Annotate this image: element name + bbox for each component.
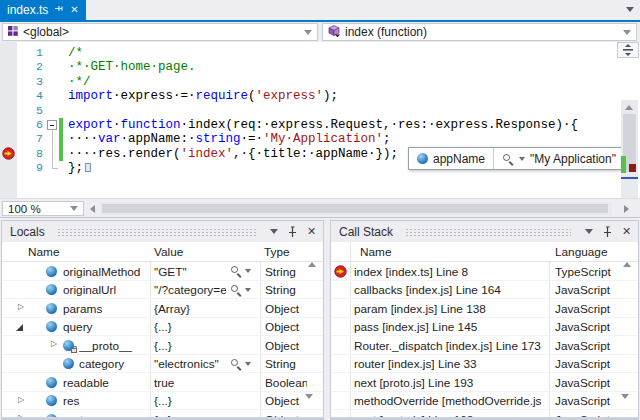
callstack-title-bar[interactable]: Call Stack ✕ [331,221,638,242]
line-number: 4 [17,89,43,103]
value-preview-button[interactable] [230,358,251,370]
locals-title-bar[interactable]: Locals ✕ [2,221,323,242]
code-line[interactable]: 2·*·GET·home·page. [0,60,620,75]
drag-grip[interactable] [57,228,256,237]
pin-button[interactable] [600,224,615,239]
variable-icon [63,340,74,351]
variable-value: {...} [154,394,258,408]
code-line[interactable]: 6export·function·index(req:·express.Requ… [0,118,620,133]
scroll-up-icon[interactable] [308,248,316,262]
callstack-frame-row[interactable]: methodOverride [methodOverride.jsJavaScr… [331,392,638,411]
locals-row[interactable]: ▷__proto__{...}Object [2,336,323,355]
locals-row[interactable]: readabletrueBoolean [2,373,323,392]
locals-row[interactable]: originalUrl"/?category=eleString [2,281,323,300]
expand-collapsed-icon[interactable]: ▷ [51,339,57,348]
code-line[interactable]: 1/* [0,46,620,61]
variable-type: Object [265,339,307,353]
close-button[interactable]: ✕ [619,224,634,239]
code-line[interactable]: 4import·express·=·require('express'); [0,89,620,104]
scope-dropdown[interactable]: <global> [2,23,318,41]
code-token: export [68,118,113,132]
editor-vertical-scrollbar[interactable] [621,100,638,198]
fold-guide-line [52,129,53,168]
value-preview-button[interactable] [230,265,251,277]
window-menu-button[interactable] [581,224,596,239]
code-editor[interactable]: 1/*2·*·GET·home·page.3·*/4import·express… [0,42,640,198]
expand-collapsed-icon[interactable]: ▷ [18,395,24,404]
callstack-frame-row[interactable]: param [index.js] Line 138JavaScript [331,299,638,318]
breakpoint-current-line-icon[interactable] [2,147,15,160]
magnifier-icon [230,265,242,277]
value-preview-button[interactable] [230,284,251,296]
editor-horizontal-scrollbar[interactable] [100,202,612,215]
chevron-down-icon [623,30,631,35]
code-line[interactable]: 7····var·appName:·string·=·'My·Applicati… [0,132,620,147]
callstack-rows: index [index.ts] Line 8TypeScriptcallbac… [331,262,638,419]
debugger-datatip: appName "My Application" [408,147,625,170]
callstack-frame-row[interactable]: callbacks [index.js] Line 164JavaScript [331,281,638,300]
frame-language: JavaScript [555,394,619,408]
editor-split-handle[interactable] [617,42,639,58]
close-icon[interactable]: ✕ [70,5,78,15]
scroll-down-icon[interactable] [305,399,313,413]
datatip-value[interactable]: "My Application" [493,148,624,169]
zoom-dropdown[interactable]: 100 % [2,201,84,216]
scroll-up-icon[interactable] [623,248,631,262]
line-number: 9 [17,161,43,175]
expand-expanded-icon[interactable] [16,324,23,331]
magnifier-icon[interactable] [502,153,514,165]
frame-name: methodOverride [methodOverride.js [354,394,548,408]
panel-title: Locals [10,225,45,239]
scroll-right-icon[interactable] [624,205,629,213]
change-mark [621,156,626,173]
frame-language: JavaScript [555,357,619,371]
code-text: /* [68,46,83,60]
callstack-frame-row[interactable]: index [index.ts] Line 8TypeScript [331,262,638,281]
callstack-frame-row[interactable]: pass [index.js] Line 145JavaScript [331,318,638,337]
locals-grid-header[interactable]: Name Value Type [2,242,323,262]
code-token: ····res.render( [68,147,181,161]
column-header-value[interactable]: Value [154,245,183,259]
scroll-up-icon[interactable] [625,105,633,110]
column-header-type[interactable]: Type [264,245,290,259]
locals-row[interactable]: category"electronics"String [2,355,323,374]
locals-row[interactable]: ▷params{Array}Object [2,299,323,318]
scroll-left-icon[interactable] [90,205,95,213]
locals-row[interactable]: query{...}Object [2,318,323,337]
locals-panel: Locals ✕ Name Value Type originalMethod"… [1,220,324,420]
variable-value: true [154,376,258,390]
expand-collapsed-icon[interactable]: ▷ [18,302,24,311]
variable-value: {Array} [154,302,258,316]
variable-type: String [265,283,307,297]
close-button[interactable]: ✕ [304,224,319,239]
code-token: ···· [68,132,98,146]
callstack-grid-header[interactable]: Name Language [331,242,638,262]
code-line[interactable]: 3·*/ [0,75,620,90]
chevron-down-icon[interactable] [519,157,525,161]
member-dropdown[interactable]: index (function) [322,23,637,41]
column-header-language[interactable]: Language [555,245,608,259]
variable-type: String [265,265,307,279]
code-line[interactable]: 5 [0,104,620,119]
scroll-down-icon[interactable] [621,399,629,413]
frame-name: index [index.ts] Line 8 [354,265,548,279]
callstack-frame-row[interactable]: Router._dispatch [index.js] Line 173Java… [331,336,638,355]
tab-list-dropdown-icon[interactable] [626,7,634,12]
scrollbar-thumb[interactable] [102,204,608,213]
window-menu-button[interactable] [266,224,281,239]
drag-grip[interactable] [405,228,571,237]
column-header-name[interactable]: Name [28,245,59,259]
pin-icon[interactable] [54,5,64,15]
tab-index-ts[interactable]: index.ts ✕ [0,0,86,20]
window-splitter[interactable] [0,217,640,218]
callstack-frame-row[interactable]: next [proto.js] Line 193JavaScript [331,373,638,392]
locals-row[interactable]: originalMethod"GET"String [2,262,323,281]
global-scope-icon [8,25,18,39]
code-text: }; [68,161,91,175]
datatip-variable[interactable]: appName [409,148,493,169]
callstack-frame-row[interactable]: router [index.js] Line 33JavaScript [331,355,638,374]
code-token: function [121,118,181,132]
locals-row[interactable]: ▷res{...}Object [2,392,323,411]
column-header-name[interactable]: Name [360,245,391,259]
pin-button[interactable] [285,224,300,239]
